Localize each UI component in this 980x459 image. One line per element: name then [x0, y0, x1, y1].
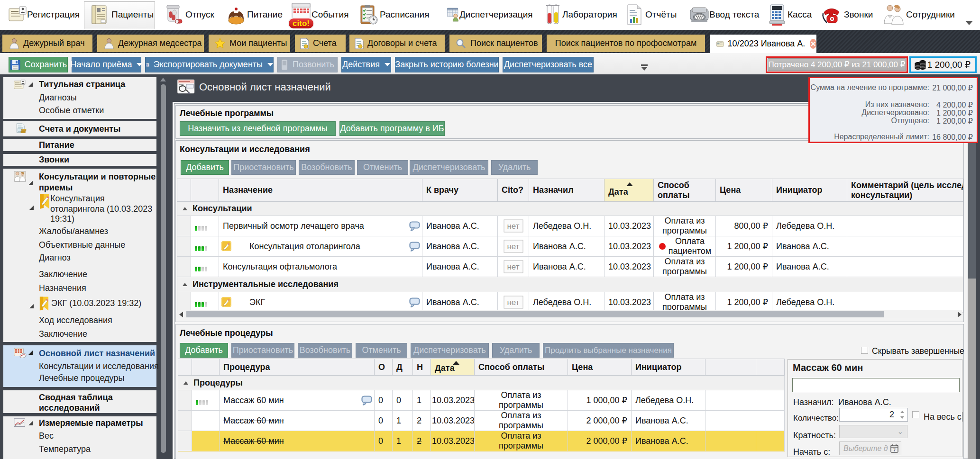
svg-text:7: 7	[893, 448, 896, 452]
